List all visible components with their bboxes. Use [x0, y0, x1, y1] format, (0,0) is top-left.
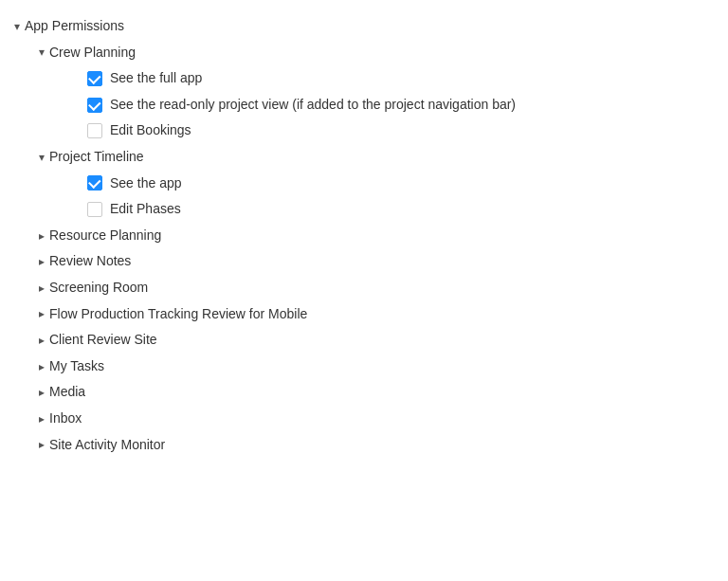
screening-room-toggle[interactable] [34, 281, 49, 296]
client-review-header[interactable]: Client Review Site [34, 327, 728, 354]
project-timeline-header[interactable]: Project Timeline [34, 144, 728, 171]
review-notes-label: Review Notes [49, 252, 131, 271]
crew-planning-children: See the full app See the read-only proje… [34, 65, 728, 144]
resource-planning-toggle[interactable] [34, 228, 49, 244]
project-timeline-toggle[interactable] [34, 150, 49, 165]
app-permissions-header[interactable]: App Permissions [9, 13, 728, 40]
crew-readonly-checkbox[interactable] [87, 98, 102, 113]
review-notes-header[interactable]: Review Notes [34, 248, 728, 275]
timeline-edit-phases-checkbox[interactable] [87, 202, 102, 217]
inbox-toggle[interactable] [34, 411, 49, 427]
resource-planning-header[interactable]: Resource Planning [34, 223, 728, 249]
media-label: Media [49, 383, 85, 402]
app-permissions-toggle[interactable] [9, 19, 25, 34]
crew-full-app-checkbox[interactable] [87, 71, 102, 86]
crew-full-app-checkbox-wrapper[interactable] [87, 71, 102, 86]
timeline-see-app-checkbox[interactable] [87, 175, 102, 191]
screening-room-header[interactable]: Screening Room [34, 275, 728, 301]
site-activity-label: Site Activity Monitor [49, 436, 165, 455]
project-timeline-label: Project Timeline [49, 148, 144, 167]
media-section: Media [9, 379, 728, 406]
screening-room-section: Screening Room [9, 275, 728, 301]
crew-edit-bookings-checkbox[interactable] [87, 123, 102, 138]
timeline-see-app-label: See the app [110, 174, 182, 193]
timeline-edit-phases-checkbox-wrapper[interactable] [87, 202, 102, 217]
inbox-section: Inbox [9, 406, 728, 432]
site-activity-header[interactable]: Site Activity Monitor [34, 432, 728, 459]
site-activity-section: Site Activity Monitor [9, 432, 728, 459]
flow-production-section: Flow Production Tracking Review for Mobi… [9, 301, 728, 328]
crew-readonly-checkbox-wrapper[interactable] [87, 98, 102, 113]
my-tasks-toggle[interactable] [34, 359, 49, 374]
crew-full-app-item: See the full app [87, 65, 728, 92]
crew-readonly-label: See the read-only project view (if added… [110, 96, 516, 115]
resource-planning-label: Resource Planning [49, 227, 161, 245]
crew-edit-bookings-label: Edit Bookings [110, 121, 191, 140]
site-activity-toggle[interactable] [34, 437, 49, 452]
client-review-section: Client Review Site [9, 327, 728, 354]
flow-production-label: Flow Production Tracking Review for Mobi… [49, 305, 307, 324]
my-tasks-label: My Tasks [49, 357, 104, 376]
crew-planning-toggle[interactable] [34, 45, 49, 60]
app-permissions-section: App Permissions Crew Planning See the fu… [0, 13, 728, 458]
project-timeline-children: See the app Edit Phases [34, 171, 728, 223]
crew-planning-section: Crew Planning See the full app [9, 40, 728, 144]
timeline-see-app-checkbox-wrapper[interactable] [87, 175, 102, 191]
resource-planning-section: Resource Planning [9, 223, 728, 249]
screening-room-label: Screening Room [49, 279, 148, 298]
crew-edit-bookings-item: Edit Bookings [87, 118, 728, 144]
client-review-toggle[interactable] [34, 333, 49, 348]
crew-readonly-item: See the read-only project view (if added… [87, 92, 728, 118]
media-header[interactable]: Media [34, 379, 728, 406]
timeline-edit-phases-label: Edit Phases [110, 200, 181, 219]
crew-planning-header[interactable]: Crew Planning [34, 40, 728, 66]
client-review-label: Client Review Site [49, 331, 157, 350]
crew-full-app-label: See the full app [110, 69, 202, 88]
app-permissions-children: Crew Planning See the full app [9, 40, 728, 459]
my-tasks-header[interactable]: My Tasks [34, 354, 728, 380]
inbox-label: Inbox [49, 409, 82, 428]
flow-production-header[interactable]: Flow Production Tracking Review for Mobi… [34, 301, 728, 328]
timeline-edit-phases-item: Edit Phases [87, 196, 728, 223]
timeline-see-app-item: See the app [87, 171, 728, 197]
flow-production-toggle[interactable] [34, 306, 49, 321]
review-notes-section: Review Notes [9, 248, 728, 275]
review-notes-toggle[interactable] [34, 254, 49, 269]
my-tasks-section: My Tasks [9, 354, 728, 380]
inbox-header[interactable]: Inbox [34, 406, 728, 432]
permissions-tree: App Permissions Crew Planning See the fu… [0, 9, 728, 462]
app-permissions-label: App Permissions [25, 17, 124, 36]
media-toggle[interactable] [34, 385, 49, 400]
crew-edit-bookings-checkbox-wrapper[interactable] [87, 123, 102, 138]
project-timeline-section: Project Timeline See the app [9, 144, 728, 223]
crew-planning-label: Crew Planning [49, 44, 136, 63]
